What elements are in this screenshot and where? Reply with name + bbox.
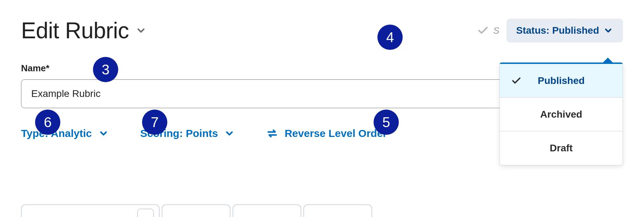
- scoring-label: Scoring: Points: [140, 127, 218, 139]
- status-dropdown-button[interactable]: Status: Published: [507, 19, 623, 42]
- type-dropdown[interactable]: Type: Analytic: [21, 127, 109, 139]
- status-button-label: Status: Published: [516, 25, 599, 36]
- scoring-dropdown[interactable]: Scoring: Points: [140, 127, 235, 139]
- rubric-grid-preview: [21, 204, 623, 217]
- swap-icon: [266, 127, 278, 139]
- grid-cell: [162, 204, 230, 217]
- status-menu: Published Archived Draft: [499, 63, 623, 165]
- save-indicator: S: [477, 25, 499, 37]
- header-right: S Status: Published: [477, 19, 623, 42]
- chevron-down-icon: [135, 25, 147, 36]
- grid-cell: [233, 204, 301, 217]
- status-option-archived[interactable]: Archived: [500, 98, 623, 131]
- reverse-label: Reverse Level Order: [284, 127, 387, 139]
- chevron-down-icon: [224, 128, 235, 139]
- status-option-draft[interactable]: Draft: [500, 131, 623, 165]
- chevron-down-icon: [98, 128, 109, 139]
- check-icon: [477, 25, 489, 37]
- chevron-down-icon: [603, 26, 613, 35]
- check-icon: [511, 75, 522, 86]
- status-option-published[interactable]: Published: [500, 64, 623, 98]
- type-label: Type: Analytic: [21, 127, 92, 139]
- grid-cell: [303, 204, 372, 217]
- status-option-label: Draft: [550, 143, 572, 154]
- page-title-wrapper[interactable]: Edit Rubric: [21, 18, 147, 44]
- save-state-text: S: [493, 25, 499, 36]
- page-title: Edit Rubric: [21, 18, 129, 44]
- grid-cell: [21, 204, 160, 217]
- reverse-level-order-button[interactable]: Reverse Level Order: [266, 127, 387, 139]
- header-row: Edit Rubric S Status: Published: [21, 18, 623, 44]
- status-option-label: Published: [538, 75, 585, 86]
- status-option-label: Archived: [540, 109, 582, 120]
